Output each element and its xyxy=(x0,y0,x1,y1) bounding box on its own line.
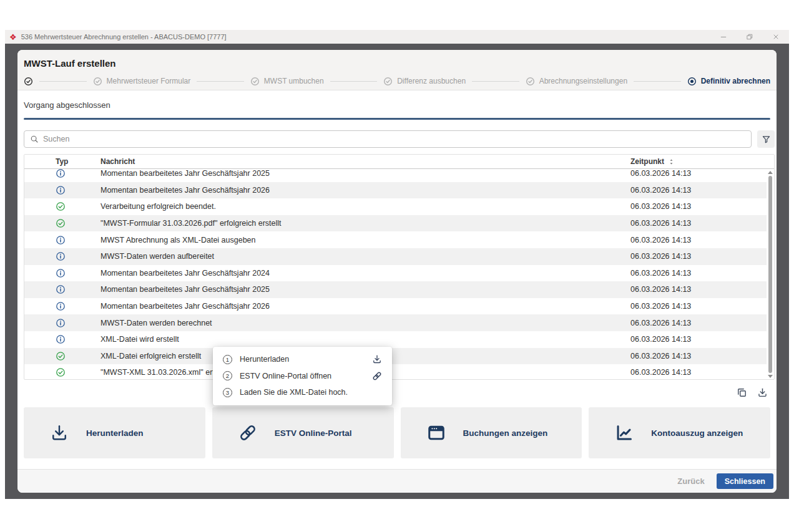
cell-typ xyxy=(24,334,100,344)
cell-typ xyxy=(24,218,100,228)
app-window: ❖ 536 Mehrwertsteuer Abrechnung erstelle… xyxy=(5,30,789,499)
action-herunterladen[interactable]: Herunterladen xyxy=(24,407,205,458)
action-buchungen-anzeigen[interactable]: Buchungen anzeigen xyxy=(401,407,582,458)
status-text: Vorgang abgeschlossen xyxy=(24,100,775,110)
stepper-step-differenz-ausbuchen[interactable]: Differenz ausbuchen xyxy=(383,77,466,86)
cell-zeitpunkt: 06.03.2026 14:13 xyxy=(630,368,767,377)
table-row[interactable]: Momentan bearbeitetes Jahr Geschäftsjahr… xyxy=(24,265,767,282)
step-active-icon xyxy=(687,77,697,86)
stepper-step-abrechnungseinstellungen[interactable]: Abrechnungseinstellungen xyxy=(526,77,627,86)
cell-typ xyxy=(24,201,100,211)
minimize-button[interactable] xyxy=(720,33,727,41)
column-header-zeitpunkt[interactable]: Zeitpunkt xyxy=(630,157,767,166)
table-body-wrapper: Momentan bearbeitetes Jahr Geschäftsjahr… xyxy=(24,169,774,379)
cell-typ xyxy=(24,351,100,361)
action-button-row: HerunterladenESTV Online-PortalBuchungen… xyxy=(24,407,770,458)
table-row[interactable]: Verarbeitung erfolgreich beendet.06.03.2… xyxy=(24,198,767,215)
table-row[interactable]: MWST Abrechnung als XML-Datei ausgeben06… xyxy=(24,231,767,248)
step-done-icon xyxy=(250,77,260,86)
log-table: Typ Nachricht Zeitpunkt Momentan bearbei… xyxy=(24,154,775,380)
sort-icon xyxy=(667,158,675,166)
dialog-footer: Zurück Schliessen xyxy=(17,469,777,493)
menu-item-label: Laden Sie die XML-Datei hoch. xyxy=(240,388,382,397)
mwst-dialog: MWST-Lauf erstellen Mehrwertsteuer Formu… xyxy=(17,50,777,493)
stepper-step-mehrwertsteuer-formular[interactable]: Mehrwertsteuer Formular xyxy=(93,77,191,86)
copy-button[interactable] xyxy=(737,387,747,398)
info-icon xyxy=(56,318,66,328)
table-scrollbar[interactable] xyxy=(767,169,774,379)
scrollbar-thumb[interactable] xyxy=(768,176,772,373)
cell-zeitpunkt: 06.03.2026 14:13 xyxy=(630,186,767,195)
stepper-step-start[interactable] xyxy=(24,77,33,86)
wizard-stepper: Mehrwertsteuer FormularMWST umbuchenDiff… xyxy=(17,72,777,90)
scroll-up-icon[interactable] xyxy=(768,171,773,174)
stepper-step-definitiv-abrechnen[interactable]: Definitiv abrechnen xyxy=(687,77,770,86)
download-button[interactable] xyxy=(757,387,768,398)
info-icon xyxy=(56,235,66,245)
cell-typ xyxy=(24,318,100,328)
cell-zeitpunkt: 06.03.2026 14:13 xyxy=(630,335,767,344)
filter-button[interactable] xyxy=(757,130,775,148)
action-estv-online-portal[interactable]: ESTV Online-Portal xyxy=(212,407,394,458)
stepper-step-mwst-umbuchen[interactable]: MWST umbuchen xyxy=(250,77,324,86)
cell-nachricht: MWST Abrechnung als XML-Datei ausgeben xyxy=(100,236,630,244)
table-toolbar xyxy=(24,387,775,398)
search-input-wrapper xyxy=(24,130,752,148)
success-icon xyxy=(56,218,66,228)
step-label: MWST umbuchen xyxy=(264,77,324,85)
step-number-badge: 1 xyxy=(223,355,232,364)
cell-zeitpunkt: 06.03.2026 14:13 xyxy=(630,219,767,228)
info-icon xyxy=(56,185,66,195)
success-icon xyxy=(56,367,66,377)
cell-nachricht: MWST-Daten werden berechnet xyxy=(100,319,630,327)
close-button[interactable] xyxy=(772,33,780,41)
info-icon xyxy=(56,301,66,311)
table-row[interactable]: Momentan bearbeitetes Jahr Geschäftsjahr… xyxy=(24,298,767,315)
abacus-logo-icon: ❖ xyxy=(9,33,17,41)
table-row[interactable]: Momentan bearbeitetes Jahr Geschäftsjahr… xyxy=(24,281,767,298)
cell-nachricht: Momentan bearbeitetes Jahr Geschäftsjahr… xyxy=(100,169,630,178)
menu-item-estv-online-portal-öffnen[interactable]: 2ESTV Online-Portal öffnen xyxy=(213,368,392,385)
dialog-title: MWST-Lauf erstellen xyxy=(24,58,770,69)
cell-nachricht: Momentan bearbeitetes Jahr Geschäftsjahr… xyxy=(100,186,630,195)
step-label: Mehrwertsteuer Formular xyxy=(107,77,191,85)
dialog-header: MWST-Lauf erstellen xyxy=(17,50,777,72)
cell-zeitpunkt: 06.03.2026 14:13 xyxy=(630,319,767,327)
table-row[interactable]: Momentan bearbeitetes Jahr Geschäftsjahr… xyxy=(24,169,767,182)
menu-item-laden-sie-die-xml-datei-hoch[interactable]: 3Laden Sie die XML-Datei hoch. xyxy=(213,384,392,401)
window-titlebar: ❖ 536 Mehrwertsteuer Abrechnung erstelle… xyxy=(5,30,789,44)
cell-typ xyxy=(24,301,100,311)
table-row[interactable]: MWST-Daten werden berechnet06.03.2026 14… xyxy=(24,314,767,331)
table-row[interactable]: Momentan bearbeitetes Jahr Geschäftsjahr… xyxy=(24,182,767,199)
step-done-icon xyxy=(93,77,102,86)
download-icon xyxy=(50,423,69,442)
progress-bar-fill xyxy=(24,118,770,120)
table-row[interactable]: XML-Datei erfolgreich erstellt06.03.2026… xyxy=(24,348,767,365)
table-row[interactable]: XML-Datei wird erstellt06.03.2026 14:13 xyxy=(24,331,767,348)
info-icon xyxy=(56,169,66,178)
cell-nachricht: Momentan bearbeitetes Jahr Geschäftsjahr… xyxy=(100,269,630,278)
cell-typ xyxy=(24,367,100,377)
download-icon xyxy=(757,387,768,398)
action-kontoauszug-anzeigen[interactable]: Kontoauszug anzeigen xyxy=(589,407,770,458)
back-button[interactable]: Zurück xyxy=(677,476,704,486)
step-number-badge: 2 xyxy=(223,371,232,380)
action-label: Buchungen anzeigen xyxy=(463,428,548,438)
step-label: Differenz ausbuchen xyxy=(397,77,466,85)
column-header-nachricht: Nachricht xyxy=(100,157,630,166)
info-icon xyxy=(56,334,66,344)
link-icon xyxy=(372,371,382,381)
table-row[interactable]: MWST-Daten werden aufbereitet06.03.2026 … xyxy=(24,248,767,265)
schliessen-button[interactable]: Schliessen xyxy=(717,473,773,489)
cell-zeitpunkt: 06.03.2026 14:13 xyxy=(630,252,767,261)
context-menu: 1Herunterladen2ESTV Online-Portal öffnen… xyxy=(213,347,392,405)
menu-item-herunterladen[interactable]: 1Herunterladen xyxy=(213,351,392,368)
cell-typ xyxy=(24,268,100,278)
table-row[interactable]: "MWST-Formular 31.03.2026.pdf" erfolgrei… xyxy=(24,215,767,232)
restore-button[interactable] xyxy=(746,33,753,41)
scroll-down-icon[interactable] xyxy=(768,375,773,378)
search-input[interactable] xyxy=(43,135,745,143)
table-row[interactable]: "MWST-XML 31.03.2026.xml" erfolgreich er… xyxy=(24,364,767,379)
download-icon xyxy=(372,354,382,364)
link-icon xyxy=(238,423,257,442)
